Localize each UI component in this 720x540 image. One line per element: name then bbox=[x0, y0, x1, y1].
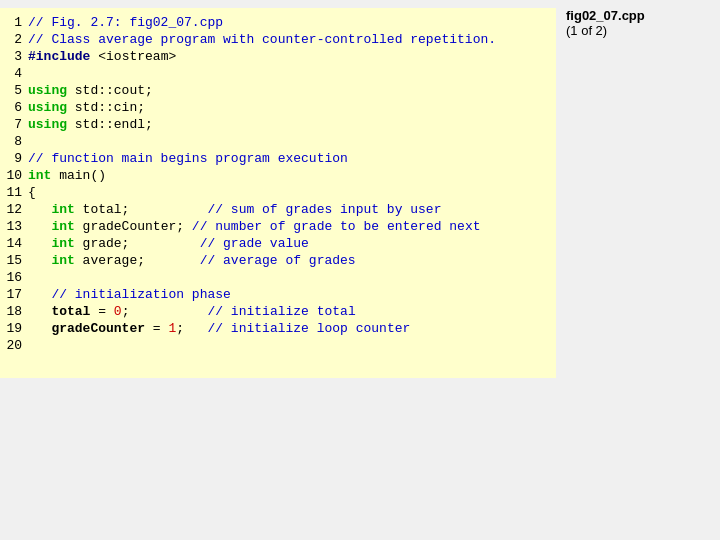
code-line: 13 int gradeCounter; // number of grade … bbox=[0, 218, 556, 235]
line-number: 14 bbox=[0, 235, 28, 252]
code-line: 2// Class average program with counter-c… bbox=[0, 31, 556, 48]
line-content bbox=[28, 65, 556, 82]
line-number: 2 bbox=[0, 31, 28, 48]
line-content: { bbox=[28, 184, 556, 201]
code-line: 16 bbox=[0, 269, 556, 286]
page-label: (1 of 2) bbox=[566, 23, 645, 38]
line-number: 6 bbox=[0, 99, 28, 116]
line-number: 10 bbox=[0, 167, 28, 184]
line-number: 16 bbox=[0, 269, 28, 286]
line-number: 18 bbox=[0, 303, 28, 320]
line-content bbox=[28, 337, 556, 354]
line-number: 11 bbox=[0, 184, 28, 201]
line-number: 5 bbox=[0, 82, 28, 99]
line-number: 7 bbox=[0, 116, 28, 133]
line-content: // Fig. 2.7: fig02_07.cpp bbox=[28, 14, 556, 31]
code-line: 14 int grade; // grade value bbox=[0, 235, 556, 252]
line-number: 9 bbox=[0, 150, 28, 167]
code-line: 20 bbox=[0, 337, 556, 354]
line-content: #include <iostream> bbox=[28, 48, 556, 65]
line-content: // initialization phase bbox=[28, 286, 556, 303]
line-content: int gradeCounter; // number of grade to … bbox=[28, 218, 556, 235]
code-line: 9// function main begins program executi… bbox=[0, 150, 556, 167]
line-number: 8 bbox=[0, 133, 28, 150]
code-line: 17 // initialization phase bbox=[0, 286, 556, 303]
line-content bbox=[28, 269, 556, 286]
code-line: 8 bbox=[0, 133, 556, 150]
line-number: 12 bbox=[0, 201, 28, 218]
code-editor: 1// Fig. 2.7: fig02_07.cpp2// Class aver… bbox=[0, 8, 556, 378]
line-content: int total; // sum of grades input by use… bbox=[28, 201, 556, 218]
code-line: 15 int average; // average of grades bbox=[0, 252, 556, 269]
code-line: 6using std::cin; bbox=[0, 99, 556, 116]
code-line: 4 bbox=[0, 65, 556, 82]
line-content: int main() bbox=[28, 167, 556, 184]
code-line: 10int main() bbox=[0, 167, 556, 184]
filename-label: fig02_07.cpp bbox=[566, 8, 645, 23]
line-number: 1 bbox=[0, 14, 28, 31]
line-content: gradeCounter = 1; // initialize loop cou… bbox=[28, 320, 556, 337]
line-number: 19 bbox=[0, 320, 28, 337]
line-content: int grade; // grade value bbox=[28, 235, 556, 252]
line-content: using std::cout; bbox=[28, 82, 556, 99]
line-number: 13 bbox=[0, 218, 28, 235]
line-number: 15 bbox=[0, 252, 28, 269]
code-line: 19 gradeCounter = 1; // initialize loop … bbox=[0, 320, 556, 337]
line-content: // function main begins program executio… bbox=[28, 150, 556, 167]
code-line: 3#include <iostream> bbox=[0, 48, 556, 65]
line-content: total = 0; // initialize total bbox=[28, 303, 556, 320]
code-line: 7using std::endl; bbox=[0, 116, 556, 133]
line-content: int average; // average of grades bbox=[28, 252, 556, 269]
line-number: 4 bbox=[0, 65, 28, 82]
code-line: 5using std::cout; bbox=[0, 82, 556, 99]
line-content: using std::endl; bbox=[28, 116, 556, 133]
file-info-panel: fig02_07.cpp (1 of 2) bbox=[566, 8, 645, 540]
code-line: 1// Fig. 2.7: fig02_07.cpp bbox=[0, 14, 556, 31]
code-line: 18 total = 0; // initialize total bbox=[0, 303, 556, 320]
line-content bbox=[28, 133, 556, 150]
line-number: 20 bbox=[0, 337, 28, 354]
line-number: 17 bbox=[0, 286, 28, 303]
line-content: // Class average program with counter-co… bbox=[28, 31, 556, 48]
code-line: 11{ bbox=[0, 184, 556, 201]
line-number: 3 bbox=[0, 48, 28, 65]
code-line: 12 int total; // sum of grades input by … bbox=[0, 201, 556, 218]
line-content: using std::cin; bbox=[28, 99, 556, 116]
